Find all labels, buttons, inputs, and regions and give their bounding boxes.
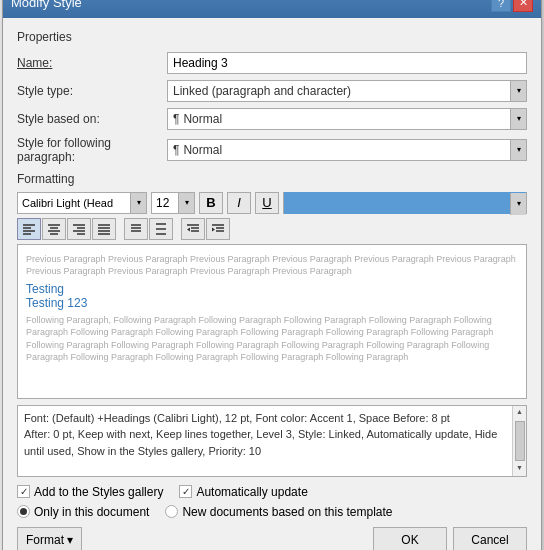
style-type-arrow-icon: ▾ — [510, 81, 526, 101]
help-button[interactable]: ? — [491, 0, 511, 12]
style-type-value: Linked (paragraph and character) — [173, 84, 351, 98]
align-right-button[interactable] — [67, 218, 91, 240]
svg-marker-25 — [187, 227, 190, 231]
modify-style-dialog: Modify Style ? ✕ Properties Name: Style … — [2, 0, 542, 550]
size-select[interactable]: 12 ▾ — [151, 192, 195, 214]
auto-update-label: Automatically update — [196, 485, 307, 499]
add-styles-checkbox-box: ✓ — [17, 485, 30, 498]
style-type-row: Style type: Linked (paragraph and charac… — [17, 80, 527, 102]
formatting-toolbar: Calibri Light (Head ▾ 12 ▾ B I U ▾ — [17, 192, 527, 214]
new-docs-label: New documents based on this template — [182, 505, 392, 519]
preview-number: Testing 123 — [26, 296, 518, 310]
italic-button[interactable]: I — [227, 192, 251, 214]
font-name: Calibri Light (Head — [22, 197, 113, 209]
only-this-radio-dot — [20, 508, 27, 515]
double-space-button[interactable] — [149, 218, 173, 240]
formatting-section-label: Formatting — [17, 172, 527, 186]
preview-heading: Testing — [26, 282, 518, 296]
description-scrollbar: ▲ ▼ — [512, 406, 526, 476]
add-styles-checkbox[interactable]: ✓ Add to the Styles gallery — [17, 485, 163, 499]
format-dropdown-button[interactable]: Format ▾ — [17, 527, 82, 551]
format-label: Format ▾ — [26, 533, 73, 547]
description-text: Font: (Default) +Headings (Calibri Light… — [24, 412, 497, 457]
align-left-button[interactable] — [17, 218, 41, 240]
name-input[interactable] — [167, 52, 527, 74]
scroll-thumb[interactable] — [515, 421, 525, 461]
only-this-radio[interactable]: Only in this document — [17, 505, 149, 519]
auto-update-checkbox-box: ✓ — [179, 485, 192, 498]
para-mark-icon-2: ¶ — [173, 143, 179, 157]
preview-following-text: Following Paragraph, Following Paragraph… — [26, 314, 518, 364]
font-color-button[interactable]: ▾ — [283, 192, 527, 214]
color-swatch — [284, 192, 526, 214]
underline-button[interactable]: U — [255, 192, 279, 214]
bold-button[interactable]: B — [199, 192, 223, 214]
dialog-body: Properties Name: Style type: Linked (par… — [3, 18, 541, 551]
style-based-arrow-icon: ▾ — [510, 109, 526, 129]
title-bar-controls: ? ✕ — [491, 0, 533, 12]
style-based-value: ¶ Normal — [173, 112, 222, 126]
style-following-arrow-icon: ▾ — [510, 140, 526, 160]
single-space-button[interactable] — [124, 218, 148, 240]
scroll-down-icon[interactable]: ▼ — [513, 462, 527, 476]
alignment-toolbar — [17, 218, 527, 240]
radio-row: Only in this document New documents base… — [17, 505, 527, 519]
style-based-label: Style based on: — [17, 112, 167, 126]
style-type-select[interactable]: Linked (paragraph and character) ▾ — [167, 80, 527, 102]
para-mark-icon: ¶ — [173, 112, 179, 126]
cancel-button[interactable]: Cancel — [453, 527, 527, 551]
style-following-select[interactable]: ¶ Normal ▾ — [167, 139, 527, 161]
title-bar: Modify Style ? ✕ — [3, 0, 541, 18]
description-box: Font: (Default) +Headings (Calibri Light… — [17, 405, 527, 477]
name-label: Name: — [17, 56, 167, 70]
align-center-button[interactable] — [42, 218, 66, 240]
style-following-row: Style for following paragraph: ¶ Normal … — [17, 136, 527, 164]
style-type-label: Style type: — [17, 84, 167, 98]
only-this-radio-circle — [17, 505, 30, 518]
dialog-buttons: OK Cancel — [373, 527, 527, 551]
dialog-title: Modify Style — [11, 0, 82, 10]
font-select[interactable]: Calibri Light (Head ▾ — [17, 192, 147, 214]
svg-marker-29 — [212, 227, 215, 231]
preview-box: Previous Paragraph Previous Paragraph Pr… — [17, 244, 527, 399]
bottom-row: Format ▾ OK Cancel — [17, 527, 527, 551]
new-docs-radio[interactable]: New documents based on this template — [165, 505, 392, 519]
auto-update-checkbox[interactable]: ✓ Automatically update — [179, 485, 307, 499]
align-justify-button[interactable] — [92, 218, 116, 240]
checkbox-row: ✓ Add to the Styles gallery ✓ Automatica… — [17, 485, 527, 499]
name-row: Name: — [17, 52, 527, 74]
style-based-select[interactable]: ¶ Normal ▾ — [167, 108, 527, 130]
decrease-indent-button[interactable] — [181, 218, 205, 240]
scroll-up-icon[interactable]: ▲ — [513, 406, 527, 420]
preview-previous-text: Previous Paragraph Previous Paragraph Pr… — [26, 253, 518, 278]
font-size: 12 — [156, 196, 169, 210]
new-docs-radio-circle — [165, 505, 178, 518]
add-styles-label: Add to the Styles gallery — [34, 485, 163, 499]
size-arrow-icon: ▾ — [178, 193, 194, 213]
properties-section-label: Properties — [17, 30, 527, 44]
color-arrow-icon: ▾ — [510, 193, 526, 215]
font-arrow-icon: ▾ — [130, 193, 146, 213]
style-following-label: Style for following paragraph: — [17, 136, 167, 164]
close-button[interactable]: ✕ — [513, 0, 533, 12]
only-this-label: Only in this document — [34, 505, 149, 519]
style-based-row: Style based on: ¶ Normal ▾ — [17, 108, 527, 130]
style-following-value: ¶ Normal — [173, 143, 222, 157]
increase-indent-button[interactable] — [206, 218, 230, 240]
ok-button[interactable]: OK — [373, 527, 447, 551]
